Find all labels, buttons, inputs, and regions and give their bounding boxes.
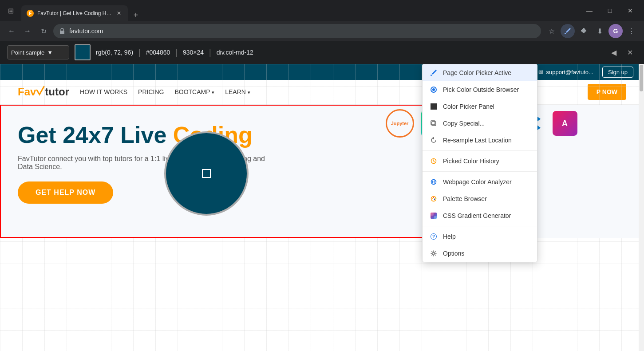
nav-learn[interactable]: LEARN ▾ <box>225 88 250 95</box>
svg-point-12 <box>435 198 435 199</box>
refresh-icon <box>430 136 438 144</box>
copy-icon <box>430 119 438 127</box>
tab-title: FavTutor | Get Live Coding Help <box>37 10 112 16</box>
eyedropper-button[interactable] <box>561 24 575 38</box>
maximize-button[interactable]: □ <box>600 4 620 18</box>
hero-title-main: Get 24x7 Live <box>18 122 173 148</box>
menu-item-help[interactable]: ? Help <box>423 228 537 245</box>
svg-point-13 <box>434 199 435 200</box>
nav-pricing[interactable]: PRICING <box>138 88 164 95</box>
logo-text: tutor <box>45 86 69 98</box>
hero-cta-button[interactable]: GET HELP NOW <box>18 181 113 204</box>
menu-item-palette-browser[interactable]: Palette Browser <box>423 190 537 207</box>
svg-point-2 <box>431 75 432 76</box>
menu-item-page-color-picker[interactable]: Page Color Picker Active <box>423 64 537 81</box>
menu-item-copy-special[interactable]: Copy Special... <box>423 115 537 132</box>
back-button[interactable]: ← <box>5 25 18 37</box>
coordinates-value: 930×24 <box>183 49 204 56</box>
scrollbar-thumb[interactable] <box>640 65 643 91</box>
toolbar-right: ☆ ⬇ G ⋮ <box>545 24 639 38</box>
question-icon: ? <box>430 233 438 241</box>
magnifier-overlay <box>164 131 249 216</box>
website-background: ✉ support@favtuto... Sign up Fav tutor H… <box>0 64 644 351</box>
browser-frame: ⊞ F FavTutor | Get Live Coding Help ✕ + … <box>0 0 644 351</box>
menu-item-css-gradient[interactable]: CSS Gradient Generator <box>423 207 537 224</box>
sample-mode-select[interactable]: Point sample ▼ <box>7 45 69 59</box>
extensions-button[interactable] <box>577 24 591 38</box>
color-swatch <box>75 44 91 60</box>
eyedropper-icon <box>564 27 572 35</box>
color-hex-value: #004860 <box>146 49 170 56</box>
new-tab-button[interactable]: + <box>130 9 142 21</box>
logo-v-icon <box>36 85 45 99</box>
menu-separator-3 <box>423 226 537 226</box>
active-tab[interactable]: F FavTutor | Get Live Coding Help ✕ <box>21 5 128 21</box>
picker-close-button[interactable]: ✕ <box>623 45 637 59</box>
svg-rect-0 <box>60 31 64 34</box>
nav-bootcamp[interactable]: BOOTCAMP ▾ <box>174 88 214 95</box>
reload-button[interactable]: ↻ <box>37 25 50 37</box>
circle-dot-icon <box>430 86 438 94</box>
refresh-svg-icon <box>431 137 437 143</box>
dropdown-menu: Page Color Picker Active Pick Color Outs… <box>422 64 537 262</box>
clock-icon <box>430 157 438 165</box>
site-nav: Fav tutor HOW IT WORKS PRICING BOOTCAMP … <box>0 80 644 105</box>
browser-content: ✉ support@favtuto... Sign up Fav tutor H… <box>0 64 644 351</box>
tab-close-button[interactable]: ✕ <box>115 10 122 17</box>
menu-label-css-gradient: CSS Gradient Generator <box>443 212 511 219</box>
menu-item-pick-outside[interactable]: Pick Color Outside Browser <box>423 81 537 98</box>
puzzle-icon <box>580 27 588 35</box>
forward-button[interactable]: → <box>21 25 34 37</box>
color-rgb-value: rgb(0, 72, 96) <box>96 49 133 56</box>
workspace-switcher-button[interactable]: ⊞ <box>4 4 18 18</box>
signup-button-bar[interactable]: Sign up <box>602 67 633 78</box>
menu-label-help: Help <box>443 233 456 240</box>
menu-label-page-color-picker: Page Color Picker Active <box>443 69 511 76</box>
email-icon: ✉ <box>538 69 543 75</box>
minimize-button[interactable]: — <box>579 4 600 18</box>
picker-prev-button[interactable]: ◀ <box>607 45 621 59</box>
gear-svg-icon <box>431 250 437 256</box>
menu-label-copy-special: Copy Special... <box>443 120 485 127</box>
menu-label-color-picker-panel: Color Picker Panel <box>443 103 494 110</box>
svg-point-1 <box>565 33 566 34</box>
gradient-icon <box>430 212 438 220</box>
menu-item-color-history[interactable]: Picked Color History <box>423 153 537 170</box>
menu-item-resample[interactable]: Re-sample Last Location <box>423 132 537 149</box>
menu-label-color-history: Picked Color History <box>443 158 499 165</box>
sample-mode-arrow: ▼ <box>47 49 53 56</box>
menu-label-palette-browser: Palette Browser <box>443 195 487 202</box>
palette-svg-icon <box>431 196 437 202</box>
bookmark-button[interactable]: ☆ <box>545 24 559 38</box>
nav-cta-button[interactable]: P NOW <box>588 84 626 100</box>
jupyter-logo: Jupyter <box>386 109 414 138</box>
svg-point-11 <box>433 197 434 198</box>
magnifier-cursor <box>202 169 211 178</box>
profile-button[interactable]: G <box>608 24 623 38</box>
svg-point-14 <box>433 252 435 254</box>
black-square-icon <box>430 103 438 110</box>
menu-item-options[interactable]: Options <box>423 245 537 262</box>
menu-label-pick-outside: Pick Color Outside Browser <box>443 86 519 93</box>
angular-logo: A <box>553 111 577 136</box>
logo-icon: Fav <box>18 86 36 98</box>
menu-separator-2 <box>423 171 537 172</box>
email-text: support@favtuto... <box>546 69 593 75</box>
menu-item-color-picker-panel[interactable]: Color Picker Panel <box>423 98 537 115</box>
menu-label-resample: Re-sample Last Location <box>443 137 512 144</box>
separator-3: | <box>209 48 211 57</box>
globe-icon <box>430 178 438 186</box>
address-bar: ← → ↻ favtutor.com ☆ ⬇ G <box>0 21 644 41</box>
tab-bar: F FavTutor | Get Live Coding Help ✕ + <box>21 0 576 21</box>
close-window-button[interactable]: ✕ <box>620 4 640 18</box>
url-text: favtutor.com <box>69 28 536 35</box>
menu-label-webpage-analyzer: Webpage Color Analyzer <box>443 178 512 185</box>
downloads-button[interactable]: ⬇ <box>593 24 607 38</box>
url-bar[interactable]: favtutor.com <box>53 24 541 38</box>
scrollbar[interactable] <box>639 64 644 351</box>
nav-how-it-works[interactable]: HOW IT WORKS <box>80 88 127 95</box>
support-bar: ✉ support@favtuto... Sign up <box>0 64 644 80</box>
globe-svg-icon <box>431 179 437 185</box>
menu-item-webpage-analyzer[interactable]: Webpage Color Analyzer <box>423 174 537 190</box>
chrome-menu-button[interactable]: ⋮ <box>624 24 639 38</box>
